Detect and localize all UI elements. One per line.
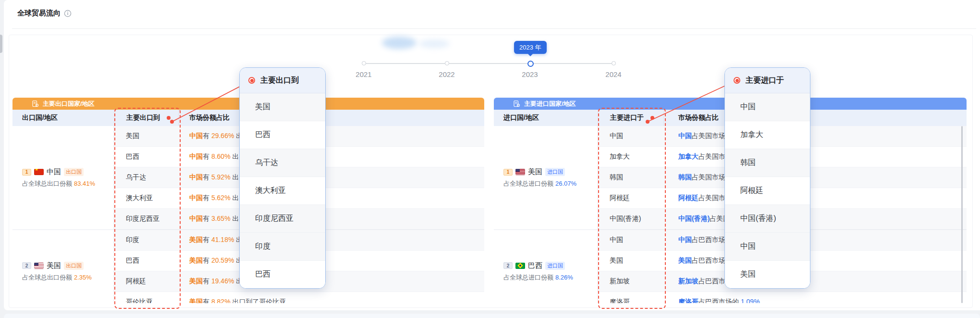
popup-item[interactable]: 印度 — [240, 233, 325, 261]
year-dot-2024[interactable] — [612, 61, 616, 65]
exporter-role-badge: 出口国 — [64, 262, 84, 270]
popup-item-list: 美国 巴西 乌干达 澳大利亚 印度尼西亚 印度 巴西 — [240, 93, 325, 288]
rank-badge: 2 — [22, 262, 31, 269]
popup-item[interactable]: 中国 — [725, 93, 810, 121]
popup-item[interactable]: 加拿大 — [725, 121, 810, 149]
global-share-line: 占全球总进口份额26.07% — [503, 179, 597, 188]
importer-role-badge: 进口国 — [545, 262, 565, 270]
table-row: 哥伦比亚 美国有 8.82% 出口到了哥伦比亚 — [114, 292, 484, 303]
target-dot-icon — [734, 77, 740, 84]
partner-country: 中国 — [598, 236, 664, 244]
global-share-line: 占全球总出口份额83.41% — [22, 179, 113, 188]
popup-title: 主要进口于 — [746, 76, 784, 86]
header-divider — [12, 28, 976, 29]
market-share-text: 中国占巴西市场的 — [664, 236, 967, 244]
partner-country: 韩国 — [598, 173, 664, 182]
popup-item[interactable]: 澳大利亚 — [240, 177, 325, 205]
year-tooltip-label: 2023 年 — [519, 43, 541, 52]
connector-dot — [650, 116, 654, 120]
year-label-2024[interactable]: 2024 — [594, 70, 633, 78]
market-share-text: 中国占美国市场的 — [664, 132, 967, 140]
rank-badge: 1 — [503, 169, 513, 176]
year-dot-2021[interactable] — [362, 61, 366, 65]
market-share-text: 中国有 3.65% 出口到了印度尼西亚 — [179, 215, 484, 223]
target-dot-icon — [248, 77, 255, 84]
market-share-text: 中国有 8.60% 出口到了巴西 — [179, 153, 484, 161]
export-table-title: 主要出口国家/地区 — [43, 100, 95, 108]
partner-country: 加拿大 — [598, 153, 664, 161]
column-header-highlighted: 主要出口到 — [114, 110, 179, 126]
china-flag-icon — [34, 169, 44, 175]
popup-item[interactable]: 巴西 — [240, 121, 325, 149]
year-slider-track[interactable] — [364, 63, 613, 64]
table-list-icon — [32, 100, 39, 107]
connector-dot — [167, 116, 171, 120]
rank-badge: 2 — [503, 262, 513, 269]
popup-item[interactable]: 美国 — [240, 93, 325, 121]
exporter-cell: 1 中国 出口国 占全球总出口份额83.41% — [12, 126, 114, 229]
year-label-2021[interactable]: 2021 — [344, 70, 383, 78]
partner-country: 乌干达 — [114, 173, 179, 182]
column-header: 市场份额占比 — [664, 110, 967, 126]
partner-country: 哥伦比亚 — [114, 298, 179, 303]
column-header: 市场份额占比 — [179, 110, 484, 126]
market-share-text: 加拿大占美国市场的 — [664, 153, 967, 161]
market-share-text: 中国(香港)占美国市场的 — [664, 215, 967, 223]
exporter-name: 中国 — [47, 167, 61, 177]
page-scrollbar[interactable] — [0, 35, 2, 53]
importer-name: 巴西 — [528, 261, 542, 270]
popup-item[interactable]: 印度尼西亚 — [240, 205, 325, 233]
year-slider-handle[interactable] — [527, 61, 534, 67]
market-share-text: 韩国占美国市场的 — [664, 173, 967, 182]
popup-title: 主要出口到 — [260, 76, 299, 86]
popup-item[interactable]: 中国(香港) — [725, 205, 810, 233]
popup-item[interactable]: 阿根廷 — [725, 177, 810, 205]
partner-country: 中国 — [598, 132, 664, 140]
decorative-watermark — [382, 37, 416, 49]
info-icon[interactable] — [64, 10, 72, 17]
popup-item[interactable]: 美国 — [725, 261, 810, 288]
partner-country: 阿根廷 — [598, 194, 664, 203]
market-share-text: 摩洛哥占巴西市场的 1.09% — [664, 298, 967, 303]
partner-country: 新加坡 — [598, 277, 664, 286]
share-value: 2.35% — [74, 274, 92, 281]
exporter-name: 美国 — [47, 261, 61, 270]
share-value: 8.26% — [555, 274, 573, 281]
market-share-text: 阿根廷占美国市场的 — [664, 194, 967, 203]
exporter-cell: 2 美国 出口国 占全球总出口份额2.35% — [12, 230, 114, 303]
column-header: 进口国/地区 — [494, 110, 598, 126]
year-label-2022[interactable]: 2022 — [428, 70, 466, 78]
market-share-text: 美国有 20.59% 出口到了巴西 — [179, 256, 484, 265]
next-section-edge — [4, 314, 980, 318]
share-value: 26.07% — [555, 180, 576, 187]
popup-item[interactable]: 乌干达 — [240, 149, 325, 177]
market-share-text: 中国有 29.66% 出口到了美国 — [179, 132, 484, 140]
partner-country: 巴西 — [114, 256, 179, 265]
partner-country: 印度 — [114, 236, 179, 244]
importer-cell: 2 巴西 进口国 占全球总进口份额8.26% — [494, 230, 598, 303]
popup-item-list: 中国 加拿大 韩国 阿根廷 中国(香港) 中国 美国 — [725, 93, 810, 288]
table-row: 摩洛哥 摩洛哥占巴西市场的 1.09% — [598, 292, 967, 303]
brazil-flag-icon — [515, 263, 525, 269]
export-destinations-popup: 主要出口到 美国 巴西 乌干达 澳大利亚 印度尼西亚 印度 巴西 — [239, 67, 326, 289]
card-header: 全球贸易流向 — [17, 9, 72, 18]
usa-flag-icon — [515, 169, 525, 175]
year-dot-2022[interactable] — [445, 61, 449, 65]
table-scrollbar[interactable] — [961, 126, 963, 303]
popup-header: 主要进口于 — [725, 68, 810, 93]
popup-item[interactable]: 巴西 — [240, 261, 325, 288]
import-table-title: 主要进口国家/地区 — [524, 100, 576, 108]
popup-item[interactable]: 韩国 — [725, 149, 810, 177]
partner-country: 中国(香港) — [598, 215, 664, 223]
partner-country: 阿根廷 — [114, 277, 179, 286]
market-share-text: 美国占巴西市场的 — [664, 256, 967, 265]
decorative-watermark — [419, 39, 450, 48]
rank-badge: 1 — [22, 169, 31, 176]
partner-country: 摩洛哥 — [598, 298, 664, 303]
importer-cell: 1 美国 进口国 占全球总进口份额26.07% — [494, 126, 598, 229]
exporter-role-badge: 出口国 — [64, 168, 84, 176]
year-label-2023[interactable]: 2023 — [511, 70, 549, 78]
market-share-text: 中国有 5.62% 出口到了澳大利亚 — [179, 194, 484, 203]
partner-country: 美国 — [114, 132, 179, 140]
popup-item[interactable]: 中国 — [725, 233, 810, 261]
